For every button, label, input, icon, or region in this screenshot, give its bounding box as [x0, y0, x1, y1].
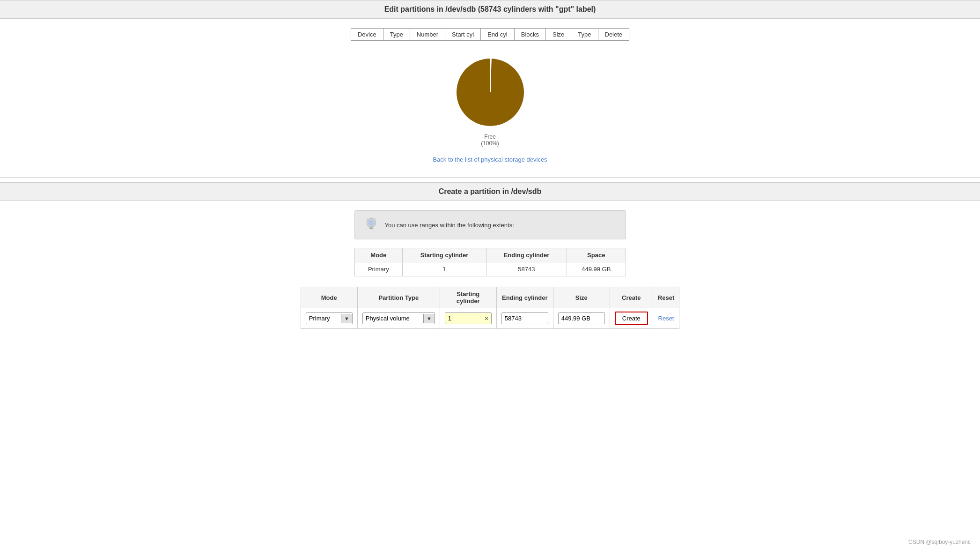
- col-end-cyl: End cyl: [481, 29, 515, 40]
- form-header-partition-type: Partition Type: [357, 287, 440, 308]
- ranges-space: 449.99 GB: [567, 262, 626, 276]
- form-row: Primary Logical Extended ▼ Physical volu…: [301, 308, 679, 329]
- col-blocks: Blocks: [515, 29, 546, 40]
- col-device: Device: [351, 29, 383, 40]
- svg-point-3: [368, 220, 375, 226]
- create-cell: Create: [610, 308, 653, 329]
- create-section-header: Create a partition in /dev/sdb: [0, 182, 980, 201]
- ranges-start: 1: [403, 262, 486, 276]
- col-type2: Type: [571, 29, 598, 40]
- svg-rect-8: [369, 228, 373, 229]
- ranges-table: Mode Starting cylinder Ending cylinder S…: [354, 248, 626, 276]
- page-title: Edit partitions in /dev/sdb (58743 cylin…: [384, 5, 596, 13]
- create-form-table: Mode Partition Type Starting cylinder En…: [301, 287, 679, 329]
- svg-line-5: [367, 219, 368, 220]
- form-header-size: Size: [553, 287, 610, 308]
- ranges-mode: Primary: [354, 262, 403, 276]
- ranges-header-space: Space: [567, 248, 626, 262]
- info-text: You can use ranges within the following …: [385, 222, 514, 229]
- size-cell: [553, 308, 610, 329]
- starting-cylinder-cell: ✕: [440, 308, 496, 329]
- ending-cylinder-input[interactable]: [501, 312, 548, 324]
- divider: [0, 177, 980, 178]
- create-section-title: Create a partition in /dev/sdb: [439, 187, 542, 195]
- top-section: Device Type Number Start cyl End cyl Blo…: [0, 19, 980, 182]
- mode-select-arrow-icon[interactable]: ▼: [341, 314, 352, 323]
- info-box: You can use ranges within the following …: [354, 210, 626, 239]
- pie-chart: [453, 55, 528, 130]
- pie-container: Free (100%): [453, 55, 528, 147]
- back-link[interactable]: Back to the list of physical storage dev…: [433, 156, 547, 163]
- partition-table-header: Device Type Number Start cyl End cyl Blo…: [351, 28, 629, 41]
- ranges-end: 58743: [486, 262, 567, 276]
- col-size: Size: [546, 29, 571, 40]
- col-delete: Delete: [598, 29, 629, 40]
- mode-select-wrapper: Primary Logical Extended ▼: [306, 312, 353, 324]
- reset-cell: Reset: [653, 308, 679, 329]
- lightbulb-icon: [364, 216, 378, 233]
- ranges-header-mode: Mode: [354, 248, 403, 262]
- mode-cell: Primary Logical Extended ▼: [301, 308, 357, 329]
- partition-type-select[interactable]: Physical volume Swap Linux RAID: [363, 313, 423, 324]
- ranges-header-start: Starting cylinder: [403, 248, 486, 262]
- partition-type-wrapper: Physical volume Swap Linux RAID ▼: [362, 312, 435, 324]
- form-header-create: Create: [610, 287, 653, 308]
- col-type: Type: [383, 29, 410, 40]
- size-input[interactable]: [558, 312, 605, 324]
- form-header-starting-cyl: Starting cylinder: [440, 287, 496, 308]
- page-header: Edit partitions in /dev/sdb (58743 cylin…: [0, 0, 980, 19]
- partition-type-cell: Physical volume Swap Linux RAID ▼: [357, 308, 440, 329]
- free-label: Free: [481, 134, 499, 140]
- partition-type-arrow-icon[interactable]: ▼: [423, 314, 435, 323]
- svg-rect-7: [369, 227, 373, 228]
- ranges-header-end: Ending cylinder: [486, 248, 567, 262]
- cylinder-clear-icon[interactable]: ✕: [482, 314, 491, 323]
- cylinder-input-wrapper: ✕: [445, 312, 492, 324]
- form-header-reset: Reset: [653, 287, 679, 308]
- mode-select[interactable]: Primary Logical Extended: [306, 313, 341, 324]
- form-header-ending-cyl: Ending cylinder: [496, 287, 553, 308]
- col-number: Number: [410, 29, 445, 40]
- svg-line-6: [375, 219, 376, 220]
- free-percent: (100%): [481, 140, 499, 147]
- create-button[interactable]: Create: [615, 312, 648, 325]
- ranges-row: Primary 1 58743 449.99 GB: [354, 262, 626, 276]
- form-header-mode: Mode: [301, 287, 357, 308]
- ending-cylinder-cell: [496, 308, 553, 329]
- starting-cylinder-input[interactable]: [445, 313, 482, 324]
- pie-legend: Free (100%): [481, 134, 499, 147]
- create-section: You can use ranges within the following …: [0, 201, 980, 338]
- col-start-cyl: Start cyl: [445, 29, 481, 40]
- reset-link[interactable]: Reset: [658, 315, 674, 322]
